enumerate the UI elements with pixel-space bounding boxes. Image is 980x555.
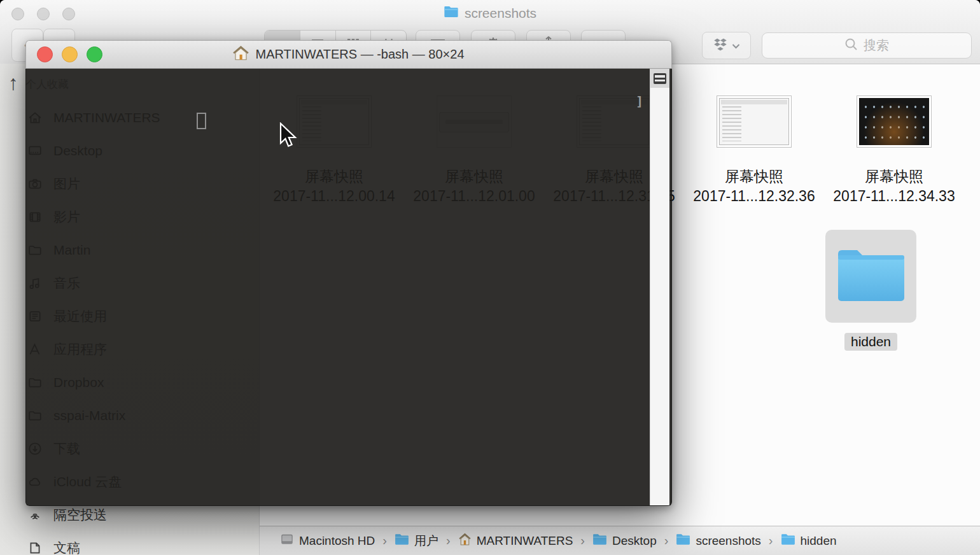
breadcrumb-item[interactable]: Macintosh HD [280,532,375,549]
terminal-body[interactable]: ] [25,69,672,506]
folder-icon [833,245,909,307]
terminal-output [26,69,671,148]
dropbox-button[interactable] [702,32,751,59]
up-arrow-icon: ↑ [8,71,18,95]
home-icon [233,46,249,64]
mouse-cursor [279,122,298,151]
sidebar-item-label: 隔空投送 [53,506,107,524]
breadcrumb-separator: › [664,533,669,548]
close-button[interactable] [37,46,53,62]
breadcrumb-item[interactable]: hidden [781,533,837,549]
breadcrumb-label: Desktop [612,534,657,548]
terminal-cursor [197,113,206,129]
sidebar-item-label: 文稿 [53,539,80,555]
split-pane-icon [654,73,666,84]
breadcrumb-label: Macintosh HD [299,534,375,548]
terminal-titlebar[interactable]: MARTINWATERS — -bash — 80×24 [25,40,672,69]
file-name: 屏幕快照 2017-11...12.34.33 [824,167,964,206]
breadcrumb-label: 用户 [414,533,438,549]
folder-blue-icon [676,533,690,549]
breadcrumb-label: hidden [801,534,837,548]
document-icon [25,540,45,555]
folder-name-label: hidden [844,333,897,351]
breadcrumb-item[interactable]: screenshots [676,533,760,549]
breadcrumb-label: screenshots [696,534,760,548]
home-tan-icon [458,533,472,549]
search-placeholder: 搜索 [864,37,889,54]
file-thumbnail [857,95,932,148]
window-title: screenshots [0,6,980,21]
breadcrumb-separator: › [769,533,773,548]
breadcrumb-item[interactable]: 用户 [395,533,438,549]
breadcrumb-separator: › [580,533,585,548]
breadcrumb-separator: › [446,533,451,548]
terminal-mark-bracket: ] [636,94,643,109]
folder-icon [444,6,459,21]
breadcrumb-item[interactable]: MARTINWATERS [458,533,573,549]
search-field[interactable]: 搜索 [762,32,972,59]
zoom-button[interactable] [87,46,102,62]
file-thumbnail [717,95,792,148]
file-item[interactable]: 屏幕快照 2017-11...12.32.36 [684,89,824,206]
terminal-scrollbar[interactable] [650,69,669,505]
drive-icon [280,532,294,549]
selection-highlight [825,230,916,323]
terminal-title-text: MARTINWATERS — -bash — 80×24 [255,47,464,62]
chevron-down-icon [732,40,740,52]
minimize-button[interactable] [62,46,78,62]
file-name: 屏幕快照 2017-11...12.32.36 [684,167,824,206]
terminal-traffic-lights [37,41,102,68]
search-icon [844,38,858,54]
terminal-window: MARTINWATERS — -bash — 80×24 ] [25,40,672,506]
dropbox-icon [713,38,728,53]
airdrop-icon [25,507,45,523]
path-bar: Macintosh HD › 用户 › MARTINWATERS › Deskt… [260,526,980,555]
folder-blue-icon [592,533,607,549]
window-title-text: screenshots [465,6,536,21]
folder-item-hidden[interactable]: hidden [825,230,916,351]
breadcrumb-item[interactable]: Desktop [592,533,657,549]
breadcrumb-label: MARTINWATERS [477,534,573,548]
folder-blue-icon [781,533,795,549]
sidebar-item[interactable]: 文稿 [0,531,259,555]
split-pane-button[interactable] [650,69,669,88]
file-item[interactable]: 屏幕快照 2017-11...12.34.33 [824,89,964,206]
breadcrumb-separator: › [382,533,387,548]
folder-blue-icon [395,533,409,549]
